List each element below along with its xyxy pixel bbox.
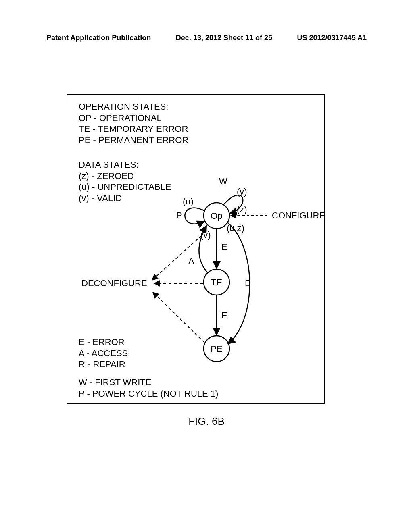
state-diagram-svg: Op TE PE CONFIGURE (z) W (v) P (u) E (u,… [67,95,325,405]
label-v-top: (v) [237,187,247,197]
label-a: A [188,256,194,266]
header-center: Dec. 13, 2012 Sheet 11 of 25 [176,34,272,42]
label-e1: E [221,242,227,252]
label-u: (u) [183,196,194,206]
figure-caption: FIG. 6B [0,415,413,428]
label-e3: E [221,310,227,320]
header-right: US 2012/0317445 A1 [297,34,367,42]
state-label-te: TE [211,277,222,287]
label-p: P [176,210,182,220]
figure-frame: OPERATION STATES: OP - OPERATIONAL TE - … [67,94,325,404]
edge-p-selfloop [185,208,204,224]
label-w: W [219,176,227,186]
state-label-op: Op [211,211,222,221]
edge-pe-deconfigure [153,292,204,343]
page-header: Patent Application Publication Dec. 13, … [46,34,367,42]
label-deconfigure: DECONFIGURE [81,278,147,288]
state-label-pe: PE [211,344,222,354]
label-v2: (v) [200,230,211,240]
label-configure: CONFIGURE [272,210,325,220]
header-left: Patent Application Publication [46,34,151,42]
label-e2: E [245,278,251,288]
